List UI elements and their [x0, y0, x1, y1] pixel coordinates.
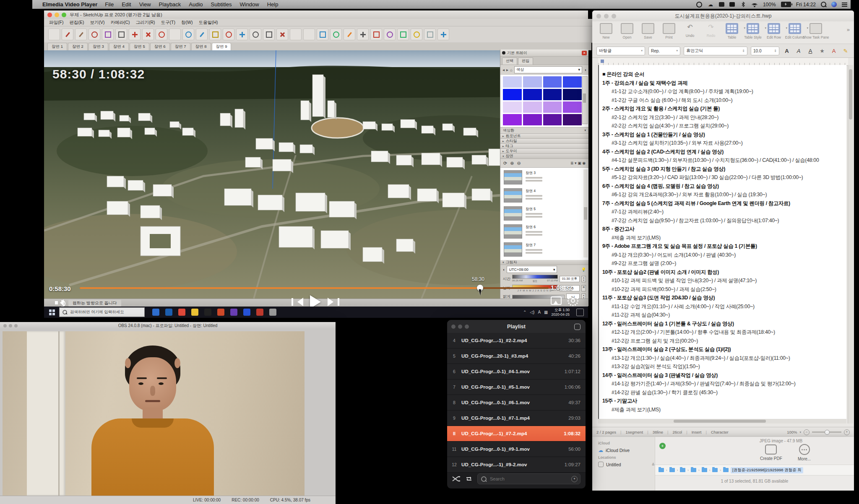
refresh-scene-icon[interactable]: ⟳: [503, 161, 507, 166]
start-button[interactable]: [49, 309, 55, 315]
zoom-button[interactable]: [62, 13, 66, 17]
scene-tab[interactable]: 장면 8: [191, 43, 211, 50]
window-controls[interactable]: [47, 13, 66, 17]
zoom-value[interactable]: 100%: [787, 430, 797, 434]
taskbar-app-icon-3[interactable]: [191, 309, 198, 316]
toolbar-overflow[interactable]: »: [847, 23, 850, 33]
more-button[interactable]: More...: [798, 444, 811, 461]
su-menu-item[interactable]: 그리기(R): [136, 20, 155, 26]
rep-combo[interactable]: Rep.▾: [648, 47, 680, 55]
color-swatch[interactable]: [563, 89, 582, 100]
shadow-info-icon[interactable]: 💡: [581, 268, 586, 272]
scene-item[interactable]: 장면 5: [504, 206, 583, 221]
color-swatch[interactable]: [543, 76, 562, 88]
tool-icon-10[interactable]: [182, 29, 194, 40]
tool-icon-8[interactable]: [156, 29, 167, 40]
notification-center-icon[interactable]: [842, 3, 847, 7]
playlist-row[interactable]: IIUD_CG-Progr...-1)_#7-2.mp41:08:32: [447, 426, 586, 442]
tool-icon-26[interactable]: [397, 29, 409, 40]
scene-item[interactable]: 장면 6: [504, 224, 583, 239]
scenes-scrollbar[interactable]: [583, 169, 588, 257]
path-current-folder[interactable]: [권형준-21925998]21925998 권형준 최: [731, 467, 803, 473]
taskbar-app-icon-8[interactable]: [256, 309, 263, 316]
menu-item-window[interactable]: Window: [239, 1, 259, 8]
playlist-row[interactable]: 6UD_CG-Progr...0-1)_#4-1.mov1:07:12: [447, 364, 586, 379]
tool-icon-13[interactable]: [223, 29, 234, 40]
previous-button[interactable]: [292, 298, 303, 306]
tool-icon-7[interactable]: [142, 29, 154, 40]
create-pdf-button[interactable]: Create PDF: [760, 444, 782, 461]
document-page[interactable]: ■ 온라인 강의 순서1주 - 강의소개 / 실습 및 재택수업 과제#1-1강…: [598, 65, 846, 423]
tool-icon-12[interactable]: [209, 29, 221, 40]
menu-item-help[interactable]: Help: [267, 1, 279, 8]
tab-edit[interactable]: 편집: [518, 57, 533, 65]
playlist-row[interactable]: 12UD_CG-Progr...-1)_#9-2.mov1:09:27: [447, 457, 586, 473]
su-menu-item[interactable]: 도구(T): [161, 20, 175, 26]
palette-scrollbar[interactable]: [582, 76, 588, 124]
su-menu-item[interactable]: 파일(F): [49, 20, 63, 26]
zoom-out-button[interactable]: −: [804, 429, 810, 435]
su-menu-item[interactable]: 편집(E): [69, 20, 84, 26]
pin-icon[interactable]: [502, 51, 505, 55]
sidebar-item-untitled[interactable]: Untitled ≙: [598, 461, 655, 468]
taskbar-app-icon-5[interactable]: [217, 309, 224, 316]
tool-icon-14[interactable]: [236, 29, 248, 40]
tab-select[interactable]: 선택: [502, 57, 517, 65]
battery-icon[interactable]: [781, 2, 791, 7]
tool-icon-19[interactable]: [303, 29, 315, 40]
app-menu-title[interactable]: Elmedia Video Player: [42, 1, 97, 8]
menu-clock[interactable]: Fri 14:22: [796, 2, 816, 8]
search-options-icon[interactable]: ▾: [571, 476, 578, 482]
italic-button[interactable]: A: [794, 48, 803, 54]
hwp-tool-save[interactable]: Save: [638, 23, 658, 39]
hwp-tool-edit-column[interactable]: ▾Edit Column: [785, 23, 804, 39]
tray-close-icon[interactable]: ✕: [582, 51, 587, 55]
scene-tab[interactable]: 장면 9: [212, 43, 232, 50]
section-shadows[interactable]: ▾그림자: [500, 260, 588, 265]
tool-icon-4[interactable]: [102, 29, 114, 40]
hwp-vertical-scrollbar[interactable]: [848, 65, 853, 423]
time-stepper[interactable]: ▲▼: [581, 276, 586, 282]
menu-item-file[interactable]: File: [105, 1, 114, 8]
scene-item[interactable]: 장면 7: [504, 242, 583, 257]
scene-options-icons[interactable]: ≣ ▾ ▣ ◉: [570, 161, 586, 165]
scene-tab[interactable]: 장면 2: [68, 43, 88, 50]
taskbar-clock[interactable]: 오후 1:30 2020-04-25: [552, 308, 570, 317]
path-folder-icon[interactable]: [691, 468, 696, 472]
spotlight-icon[interactable]: [821, 2, 826, 7]
menu-item-subtitles[interactable]: Subtitles: [211, 1, 232, 8]
color-swatch[interactable]: [543, 89, 562, 100]
siri-icon[interactable]: [831, 2, 837, 7]
tray-volume-icon[interactable]: ◁): [530, 310, 534, 314]
player-progress-knob[interactable]: [477, 285, 483, 291]
color-swatch[interactable]: [503, 89, 522, 100]
taskbar-app-icon-6[interactable]: [230, 309, 237, 316]
scene-tab[interactable]: 장면 6: [150, 43, 170, 50]
color-swatch[interactable]: [543, 114, 562, 125]
hwp-tool-new[interactable]: New: [596, 23, 616, 39]
su-menu-item[interactable]: 도움말(H): [198, 20, 218, 26]
bluetooth-icon[interactable]: [740, 2, 747, 8]
tool-icon-20[interactable]: [317, 29, 328, 40]
taskbar-app-icon-2[interactable]: [178, 309, 185, 316]
scene-tab[interactable]: 장면 1: [47, 43, 67, 50]
tool-icon-27[interactable]: [411, 29, 422, 40]
tray-ime-icon[interactable]: ▦: [544, 310, 548, 314]
menu-item-audio[interactable]: Audio: [189, 1, 203, 8]
forward-arrow-icon[interactable]: ▸: [506, 68, 508, 72]
zoom-slider[interactable]: [812, 431, 841, 433]
path-folder-icon[interactable]: [659, 468, 664, 472]
underline-button[interactable]: A: [806, 48, 815, 54]
font-color-button[interactable]: A: [830, 48, 838, 54]
color-swatch[interactable]: [543, 101, 562, 113]
path-folder-icon[interactable]: [712, 468, 718, 472]
hwp-horizontal-scrollbar[interactable]: [598, 419, 846, 423]
material-dropdown[interactable]: 색상▾: [514, 66, 582, 73]
player-progress-bar[interactable]: [80, 287, 549, 289]
playlist-row[interactable]: 7UD_CG-Progr...0-1)_#5-1.mov1:06:06: [447, 379, 586, 395]
playlist-row[interactable]: 11UD_CG-Progr...0-1)_#9-1.mov56:00: [447, 442, 586, 457]
taskbar-app-icon-9[interactable]: [269, 309, 276, 316]
color-swatch[interactable]: [523, 76, 542, 88]
utc-dropdown[interactable]: UTC+09:00▾: [507, 266, 557, 273]
scene-tab[interactable]: 장면 7: [171, 43, 190, 50]
